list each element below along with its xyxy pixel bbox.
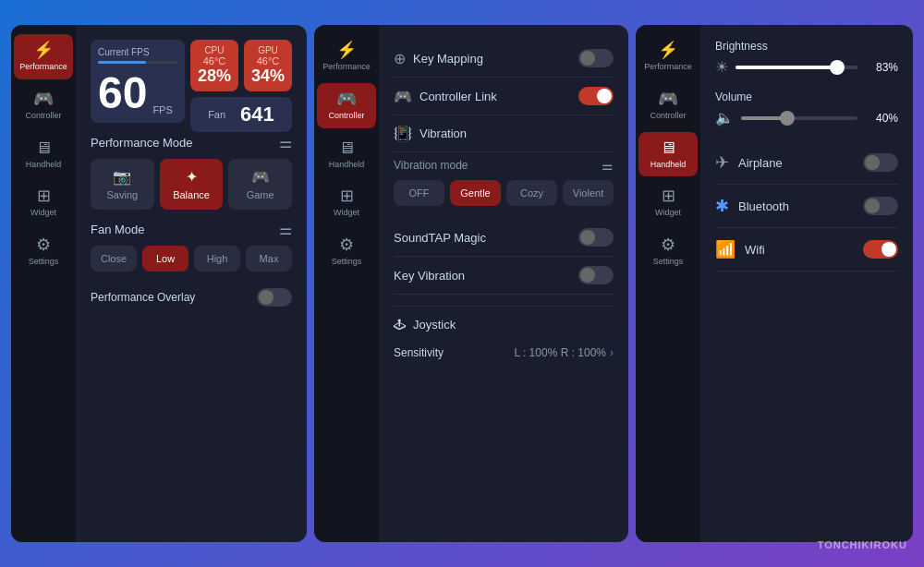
fan-high-btn[interactable]: High: [194, 246, 240, 271]
vib-gentle-btn[interactable]: Gentle: [450, 180, 501, 206]
mode-balance-btn[interactable]: ✦ Balance: [160, 159, 224, 210]
sidebar-item-settings-1[interactable]: ⚙ Settings: [14, 229, 73, 274]
volume-slider-row: 🔈 40%: [715, 109, 898, 127]
sidebar-item-performance-1[interactable]: ⚡ Performance: [14, 34, 73, 79]
sidebar-item-controller-3[interactable]: 🎮 Controller: [638, 83, 698, 128]
vib-off-btn[interactable]: OFF: [394, 180, 444, 206]
vibration-label: 📳 Vibration: [394, 125, 467, 142]
sidebar-item-settings-3[interactable]: ⚙ Settings: [638, 229, 698, 274]
sensitivity-row: Sensitivity L : 100% R : 100% ›: [394, 339, 614, 367]
panel-handheld: ⚡ Performance 🎮 Controller 🖥 Handheld ⊞ …: [636, 25, 913, 542]
airplane-toggle[interactable]: [863, 153, 898, 172]
vibration-mode-header: Vibration mode ⚌: [394, 158, 614, 173]
mode-saving-btn[interactable]: 📷 Saving: [91, 159, 154, 210]
vibration-row: 📳 Vibration: [394, 115, 614, 152]
sensitivity-label: Sensitivity: [394, 346, 444, 359]
soundtap-toggle[interactable]: [578, 228, 614, 247]
airplane-icon: ✈: [715, 152, 729, 173]
widget-icon-3: ⊞: [662, 187, 675, 204]
balance-icon: ✦: [186, 168, 198, 186]
vibration-mode-edit-icon: ⚌: [602, 158, 614, 173]
overlay-row: Performance Overlay: [91, 283, 292, 312]
bolt-icon-3: ⚡: [658, 42, 678, 58]
handheld-icon-2: 🖥: [338, 139, 355, 156]
fan-box: Fan 641: [190, 97, 292, 132]
volume-thumb[interactable]: [780, 111, 795, 126]
gpu-temp: 46°C: [251, 55, 285, 66]
sidebar-item-widget-2[interactable]: ⊞ Widget: [317, 180, 376, 225]
fan-max-btn[interactable]: Max: [246, 246, 292, 271]
controller-icon-2: 🎮: [336, 90, 357, 107]
fan-low-btn[interactable]: Low: [142, 246, 188, 271]
bolt-icon-1: ⚡: [33, 42, 54, 58]
sidebar-panel3: ⚡ Performance 🎮 Controller 🖥 Handheld ⊞ …: [636, 25, 700, 542]
overlay-toggle[interactable]: [257, 288, 292, 307]
controller-link-icon: 🎮: [394, 88, 412, 105]
sidebar-item-widget-3[interactable]: ⊞ Widget: [638, 180, 698, 225]
performance-mode-buttons: 📷 Saving ✦ Balance 🎮 Game: [91, 159, 292, 210]
performance-content: Current FPS 60 FPS CPU 46°C 28%: [76, 25, 307, 542]
bluetooth-row: ✱ Bluetooth: [715, 185, 898, 228]
gpu-label: GPU: [251, 45, 285, 55]
bluetooth-label: ✱ Bluetooth: [715, 196, 789, 216]
sidebar-panel2: ⚡ Performance 🎮 Controller 🖥 Handheld ⊞ …: [314, 25, 379, 542]
vibration-mode-buttons: OFF Gentle Cozy Violent: [394, 180, 614, 206]
controller-icon-1: 🎮: [33, 90, 54, 107]
sidebar-item-widget-1[interactable]: ⊞ Widget: [14, 180, 73, 225]
sidebar-item-handheld-3[interactable]: 🖥 Handheld: [638, 132, 698, 177]
brightness-section: Brightness ☀ 83%: [715, 40, 898, 76]
sidebar-item-handheld-1[interactable]: 🖥 Handheld: [14, 132, 73, 177]
key-vibration-toggle[interactable]: [578, 266, 614, 284]
perf-mode-icon: ⚌: [279, 134, 292, 151]
widget-icon-1: ⊞: [37, 187, 51, 204]
joystick-icon: 🕹: [394, 318, 406, 332]
volume-track[interactable]: [741, 116, 857, 120]
brightness-icon: ☀: [715, 58, 728, 76]
controller-link-row: 🎮 Controller Link: [394, 78, 614, 115]
fan-label: Fan: [208, 109, 225, 120]
vib-cozy-btn[interactable]: Cozy: [506, 180, 557, 206]
fps-number: 60: [98, 71, 147, 115]
sidebar-item-performance-2[interactable]: ⚡ Performance: [317, 34, 376, 79]
sensitivity-value: L : 100% R : 100% ›: [514, 346, 614, 359]
sidebar-item-settings-2[interactable]: ⚙ Settings: [317, 229, 376, 274]
sidebar-item-handheld-2[interactable]: 🖥 Handheld: [317, 132, 376, 177]
key-mapping-icon: ⊕: [394, 50, 406, 67]
controller-link-toggle[interactable]: [578, 87, 614, 105]
brightness-thumb[interactable]: [830, 60, 845, 75]
brightness-track[interactable]: [736, 66, 857, 69]
brightness-slider-row: ☀ 83%: [715, 58, 898, 76]
key-mapping-toggle[interactable]: [578, 49, 614, 67]
sidebar-panel1: ⚡ Performance 🎮 Controller 🖥 Handheld ⊞ …: [11, 25, 76, 542]
fan-mode-icon: ⚌: [279, 221, 292, 238]
cpu-box: CPU 46°C 28%: [190, 40, 238, 91]
mode-game-btn[interactable]: 🎮 Game: [228, 159, 292, 210]
wifi-toggle[interactable]: [863, 240, 898, 259]
fan-close-btn[interactable]: Close: [91, 246, 137, 271]
fps-value-row: 60 FPS: [98, 71, 173, 115]
vibration-mode-label: Vibration mode: [394, 159, 468, 172]
controller-link-label: 🎮 Controller Link: [394, 88, 497, 105]
gpu-box: GPU 46°C 34%: [244, 40, 292, 91]
sidebar-item-performance-3[interactable]: ⚡ Performance: [638, 34, 698, 79]
brightness-fill: [736, 66, 837, 69]
sidebar-item-controller-2[interactable]: 🎮 Controller: [317, 83, 376, 128]
controller-content: ⊕ Key Mapping 🎮 Controller Link 📳 Vibrat…: [379, 25, 628, 542]
stats-row: Current FPS 60 FPS CPU 46°C 28%: [91, 40, 292, 123]
wifi-icon: 📶: [715, 239, 736, 259]
handheld-content: Brightness ☀ 83% Volume 🔈: [700, 25, 913, 542]
fan-mode-title: Fan Mode ⚌: [91, 221, 292, 238]
brightness-value: 83%: [865, 61, 898, 74]
wifi-label: 📶 Wifi: [715, 239, 765, 259]
bluetooth-toggle[interactable]: [863, 197, 898, 215]
handheld-icon-1: 🖥: [35, 139, 52, 156]
wifi-row: 📶 Wifi: [715, 228, 898, 271]
chevron-right-icon: ›: [610, 346, 614, 359]
bluetooth-icon: ✱: [715, 196, 729, 216]
key-vibration-label: Key Vibration: [394, 269, 465, 283]
controller-icon-3: 🎮: [658, 90, 678, 107]
bolt-icon-2: ⚡: [336, 42, 357, 58]
vib-violent-btn[interactable]: Violent: [563, 180, 614, 206]
sidebar-item-controller-1[interactable]: 🎮 Controller: [14, 83, 73, 128]
cpu-gpu-fan-col: CPU 46°C 28% GPU 46°C 34% Fan: [190, 40, 292, 123]
